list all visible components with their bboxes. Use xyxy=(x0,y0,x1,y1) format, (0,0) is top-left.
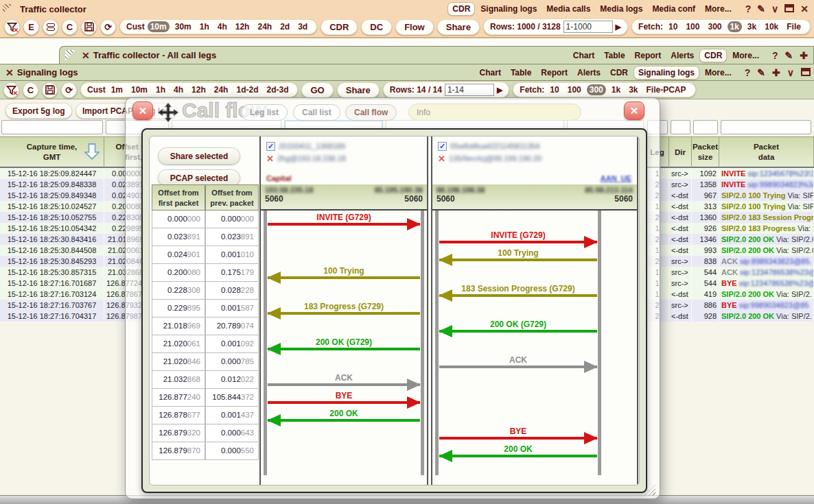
time-range-group-option-12h[interactable]: 12h xyxy=(233,21,253,32)
filter-input[interactable] xyxy=(693,120,718,134)
sig-rows-range-input[interactable] xyxy=(445,84,494,96)
export-5g-log-button[interactable]: Export 5g log xyxy=(5,103,72,119)
fetch-group-option-300[interactable]: 300 xyxy=(705,21,724,32)
nav-chart[interactable]: Chart xyxy=(569,49,598,62)
column-header-dir[interactable]: Dir xyxy=(669,136,692,168)
time-range-group-option-24h[interactable]: 24h xyxy=(255,21,275,32)
close-icon[interactable]: ✕ xyxy=(132,101,153,120)
add-icon[interactable]: ✚ xyxy=(772,67,780,78)
edit-icon[interactable]: ✎ xyxy=(757,67,765,78)
help-icon[interactable]: ? xyxy=(772,50,778,61)
sig-time-range-group-option-12h[interactable]: 12h xyxy=(189,84,209,95)
sig-time-range-group-option-4h[interactable]: 4h xyxy=(171,84,186,95)
leg-select-checkbox[interactable]: ✓ xyxy=(266,142,275,151)
tab-call-list[interactable]: Call list xyxy=(293,104,340,121)
nav-more[interactable]: More... xyxy=(701,67,736,79)
nav-table[interactable]: Table xyxy=(507,67,535,79)
window-x-icon[interactable]: ✕ xyxy=(82,50,90,61)
sort-desc-icon[interactable] xyxy=(84,143,100,163)
nav-signaling-logs[interactable]: Signaling logs xyxy=(633,66,699,80)
window-x-icon[interactable]: ✕ xyxy=(5,67,14,78)
column-header-data[interactable]: Packetdata xyxy=(719,136,814,168)
cdr-button[interactable]: CDR xyxy=(321,19,358,35)
nav-signaling-logs[interactable]: Signaling logs xyxy=(476,3,541,15)
resize-corner-icon[interactable] xyxy=(3,4,12,14)
load-range-button[interactable]: ▶ xyxy=(616,23,621,32)
filter-input[interactable] xyxy=(671,120,690,134)
nav-alerts[interactable]: Alerts xyxy=(666,49,698,62)
nav-report[interactable]: Report xyxy=(631,49,666,62)
resize-corner-icon[interactable] xyxy=(65,50,76,61)
nav-chart[interactable]: Chart xyxy=(476,67,505,79)
sig-fetch-group-option-file-pcap[interactable]: File-PCAP xyxy=(644,84,689,95)
sig-fetch-group-option-1k[interactable]: 1k xyxy=(609,84,623,95)
fetch-group-option-10[interactable]: 10 xyxy=(666,21,680,32)
chevron-down-icon[interactable]: ∨ xyxy=(787,67,794,78)
time-range-group-option-4h[interactable]: 4h xyxy=(215,21,230,32)
sig-fetch-group-option-3k[interactable]: 3k xyxy=(626,84,640,95)
leg-tag[interactable]: AAN_UE xyxy=(601,174,631,182)
move-icon[interactable] xyxy=(157,102,179,123)
time-range-group-option-2d[interactable]: 2d xyxy=(277,21,292,32)
edit-icon[interactable]: ✎ xyxy=(785,50,793,61)
nav-alerts[interactable]: Alerts xyxy=(573,67,605,79)
window-icon[interactable] xyxy=(801,67,811,78)
filter-input[interactable] xyxy=(1,120,103,134)
nav-media-logs[interactable]: Media logs xyxy=(596,3,647,15)
nav-cdr[interactable]: CDR xyxy=(447,2,475,16)
filter-input[interactable] xyxy=(721,120,811,134)
filter-clear-icon[interactable]: ✕ xyxy=(4,19,20,35)
refresh-icon[interactable]: ⟳ xyxy=(61,82,77,98)
fetch-group-option-3k[interactable]: 3k xyxy=(745,21,759,32)
fetch-group-option-100[interactable]: 100 xyxy=(683,21,702,32)
column-header-size[interactable]: Packetsize xyxy=(692,136,719,168)
sig-fetch-group-option-100[interactable]: 100 xyxy=(565,84,584,95)
nav-media-conf[interactable]: Media conf xyxy=(648,3,699,15)
nav-report[interactable]: Report xyxy=(537,67,572,79)
time-range-group-option-1h[interactable]: 1h xyxy=(197,21,212,32)
dialog-titlebar[interactable]: ✕ Call flow Leg list Call list Call flow… xyxy=(126,98,660,127)
offset-header-0[interactable]: Offset fromfirst packet xyxy=(152,184,205,211)
nav-media-calls[interactable]: Media calls xyxy=(542,3,594,15)
flow-button[interactable]: Flow xyxy=(395,19,434,35)
rows-icon[interactable] xyxy=(43,19,58,35)
save-icon[interactable] xyxy=(81,19,97,35)
nav-more[interactable]: More... xyxy=(728,49,763,62)
sig-time-range-group-option-2d-3d[interactable]: 2d-3d xyxy=(264,84,291,95)
remove-leg-icon[interactable]: ✕ xyxy=(266,154,274,164)
chevron-down-icon[interactable]: ∨ xyxy=(771,3,778,14)
save-icon[interactable] xyxy=(42,82,58,98)
help-icon[interactable]: ? xyxy=(745,3,752,14)
tab-call-flow[interactable]: Call flow xyxy=(345,104,397,121)
column-header-time[interactable]: Capture time,GMT xyxy=(0,136,104,168)
fetch-group-option-1k[interactable]: 1k xyxy=(728,21,742,32)
export-icon[interactable]: E xyxy=(23,19,39,35)
dc-button[interactable]: DC xyxy=(361,19,392,35)
tab-leg-list[interactable]: Leg list xyxy=(241,104,288,121)
leg-tag[interactable]: Capital xyxy=(266,174,292,182)
sig-time-range-group-option-1h[interactable]: 1h xyxy=(153,84,168,95)
columns-icon[interactable]: C xyxy=(62,19,78,35)
window-icon[interactable] xyxy=(784,3,794,14)
share-selected-button[interactable]: Share selected xyxy=(158,147,240,165)
sig-time-range-group-option-1d-2d[interactable]: 1d-2d xyxy=(233,84,261,95)
share-button[interactable]: Share xyxy=(437,19,480,35)
share-button[interactable]: Share xyxy=(337,82,380,98)
add-icon[interactable]: ✚ xyxy=(800,50,808,61)
remove-leg-icon[interactable]: ✕ xyxy=(438,154,445,164)
nav-table[interactable]: Table xyxy=(600,49,629,62)
offset-header-1[interactable]: Offset fromprev. packet xyxy=(205,184,259,211)
nav-cdr[interactable]: CDR xyxy=(699,49,727,62)
info-input[interactable] xyxy=(408,104,581,121)
close-icon[interactable]: ✕ xyxy=(624,101,644,120)
fetch-group-option-10k[interactable]: 10k xyxy=(762,21,781,32)
nav-cdr[interactable]: CDR xyxy=(606,67,632,79)
help-icon[interactable]: ? xyxy=(745,67,751,78)
nav-more[interactable]: More... xyxy=(701,3,736,15)
sig-time-range-group-option-1m[interactable]: 1m xyxy=(108,84,126,95)
sig-fetch-group-option-10[interactable]: 10 xyxy=(547,84,561,95)
sig-fetch-group-option-300[interactable]: 300 xyxy=(587,84,606,95)
filter-clear-icon[interactable]: ✕ xyxy=(3,82,19,98)
edit-icon[interactable]: ✎ xyxy=(757,3,765,14)
sig-time-range-group-option-10m[interactable]: 10m xyxy=(128,84,150,95)
